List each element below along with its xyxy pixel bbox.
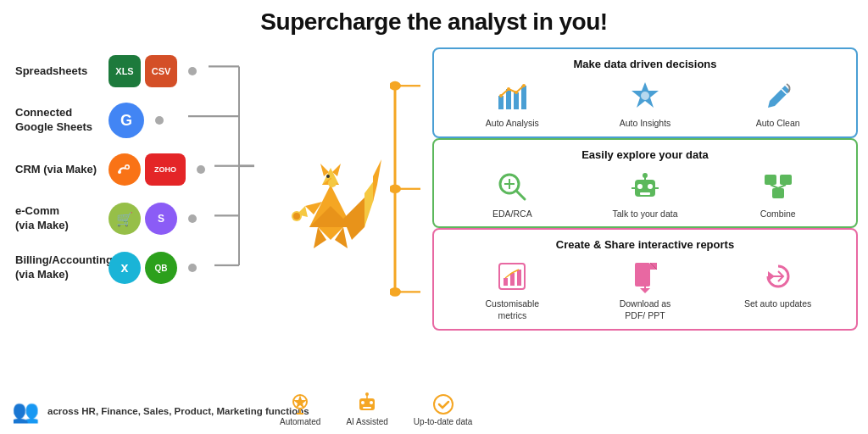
ai-assisted-badge: AI Assisted	[346, 392, 387, 426]
spreadsheets-connector	[188, 67, 197, 75]
auto-insights-item: Auto Insights	[611, 77, 679, 130]
svg-point-68	[370, 401, 373, 404]
auto-analysis-icon	[495, 79, 529, 113]
card-title-explore: Easily explore your data	[446, 148, 844, 161]
svg-point-71	[365, 392, 369, 396]
download-icon	[628, 259, 662, 293]
source-label-google: ConnectedGoogle Sheets	[15, 106, 108, 135]
download-pdf-item: Download asPDF/ PPT	[611, 258, 679, 321]
auto-clean-item: Auto Clean	[744, 77, 812, 130]
uptodate-label: Up-to-date data	[414, 417, 473, 426]
combine-icon	[761, 170, 795, 203]
svg-rect-47	[765, 175, 776, 185]
auto-insights-icon	[628, 79, 662, 113]
svg-rect-49	[772, 188, 784, 198]
update-bottom-icon	[431, 392, 456, 417]
download-pdf-icon-box	[626, 258, 664, 295]
svg-point-67	[361, 401, 364, 404]
auto-updates-item: Set auto updates	[744, 258, 812, 310]
eda-rca-icon	[495, 170, 529, 203]
xero-icon: x	[108, 252, 141, 284]
source-row-crm: CRM (via Make) ZOHO	[15, 147, 254, 192]
auto-updates-icon-box	[760, 258, 797, 295]
svg-line-36	[516, 191, 525, 199]
page-container: Supercharge the analyst in you! Spreadsh…	[0, 0, 868, 337]
card-create-share: Create & Share interactive reports	[432, 228, 858, 330]
svg-line-51	[778, 185, 786, 188]
card-icons-decisions: Auto Analysis Auto Insights	[446, 77, 844, 130]
shopify-icon: 🛒	[108, 203, 141, 235]
center-panel	[254, 41, 407, 337]
custom-metrics-icon-box	[493, 258, 531, 295]
source-label-spreadsheets: Spreadsheets	[15, 64, 108, 79]
svg-marker-12	[373, 159, 381, 202]
left-panel: Spreadsheets XLS CSV ConnectedGoogle She…	[0, 41, 254, 337]
svg-rect-56	[635, 263, 650, 287]
auto-clean-icon	[761, 79, 795, 113]
eda-rca-icon-box	[493, 168, 531, 205]
eda-rca-label: EDA/RCA	[492, 209, 532, 220]
crm-connector	[197, 165, 205, 174]
robot-icon	[628, 170, 662, 203]
svg-point-30	[515, 91, 518, 94]
page-title: Supercharge the analyst in you!	[0, 0, 868, 41]
csv-icon: CSV	[145, 55, 177, 87]
auto-insights-icon-box	[626, 77, 664, 114]
google-connector	[155, 116, 164, 125]
auto-analysis-icon-box	[493, 77, 531, 114]
main-layout: Spreadsheets XLS CSV ConnectedGoogle She…	[0, 41, 868, 337]
svg-point-33	[641, 92, 649, 100]
eda-rca-item: EDA/RCA	[478, 168, 546, 220]
metrics-icon	[495, 259, 529, 293]
source-row-google: ConnectedGoogle Sheets G	[15, 98, 254, 142]
custom-metrics-label: Customisablemetrics	[486, 298, 540, 321]
combine-icon-box	[760, 168, 797, 205]
svg-rect-54	[510, 273, 515, 286]
bottom-badges: Automated AI Assisted Up-to-date data	[280, 383, 472, 434]
auto-insights-label: Auto Insights	[620, 118, 671, 130]
svg-rect-69	[363, 407, 371, 409]
svg-point-72	[434, 395, 453, 414]
card-title-decisions: Make data driven decisions	[446, 58, 844, 70]
auto-updates-label: Set auto updates	[744, 298, 811, 310]
refresh-icon	[761, 259, 795, 293]
uptodate-badge: Up-to-date data	[414, 392, 473, 426]
card-make-decisions: Make data driven decisions	[432, 47, 858, 138]
auto-clean-icon-box	[760, 77, 797, 114]
bottom-bar: 👥 across HR, Finance, Sales, Product, Ma…	[0, 388, 322, 434]
source-row-spreadsheets: Spreadsheets XLS CSV	[15, 49, 254, 93]
source-row-billing: Billing/Accounting(via Make) x QB	[15, 246, 254, 290]
ecomm-connector	[188, 214, 197, 223]
squirrel-illustration	[275, 117, 386, 261]
svg-rect-48	[780, 175, 792, 185]
xls-icon: XLS	[108, 55, 141, 87]
combine-label: Combine	[760, 209, 796, 220]
automated-badge: Automated	[280, 392, 320, 426]
svg-point-20	[293, 213, 300, 220]
ai-assisted-label: AI Assisted	[346, 417, 387, 426]
combine-item: Combine	[744, 168, 812, 220]
source-label-crm: CRM (via Make)	[15, 163, 108, 177]
squarespace-icon: S	[145, 203, 177, 235]
talk-data-label: Talk to your data	[612, 209, 677, 220]
card-title-reports: Create & Share interactive reports	[446, 238, 844, 251]
custom-metrics-item: Customisablemetrics	[478, 258, 546, 321]
card-explore-data: Easily explore your data EDA/RCA	[432, 138, 858, 229]
right-panel: Make data driven decisions	[407, 41, 868, 337]
svg-point-44	[643, 173, 648, 178]
svg-point-29	[507, 87, 510, 91]
talk-data-icon-box	[626, 168, 664, 205]
quickbooks-icon: QB	[145, 252, 177, 284]
zoho-icon: ZOHO	[145, 153, 186, 186]
svg-point-2	[118, 170, 121, 174]
source-label-billing: Billing/Accounting(via Make)	[15, 253, 108, 282]
card-icons-reports: Customisablemetrics	[446, 258, 844, 321]
svg-point-16	[328, 179, 337, 187]
svg-point-15	[326, 175, 330, 178]
automated-label: Automated	[280, 417, 320, 426]
svg-rect-25	[506, 89, 511, 109]
auto-analysis-item: Auto Analysis	[478, 77, 546, 130]
svg-rect-53	[504, 278, 508, 286]
source-label-ecomm: e-Comm(via Make)	[15, 204, 108, 233]
svg-rect-55	[517, 270, 521, 286]
